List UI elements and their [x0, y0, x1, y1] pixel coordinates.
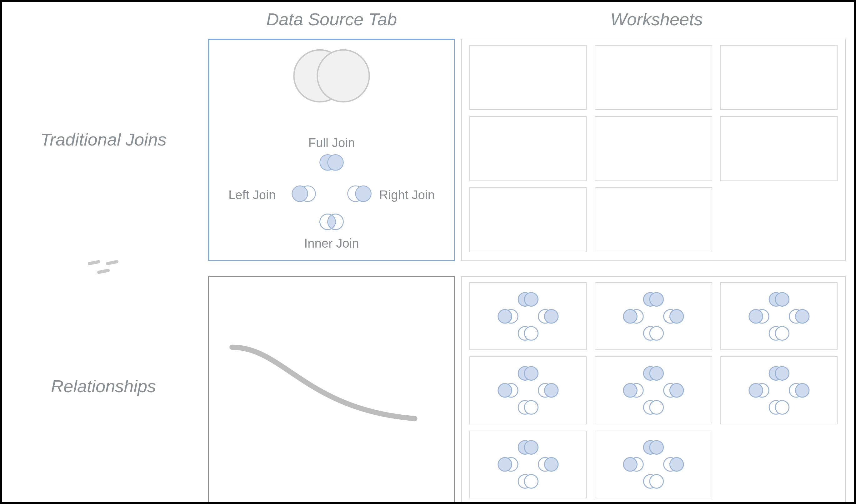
svg-point-28 [624, 309, 637, 323]
svg-point-18 [524, 292, 538, 306]
svg-point-54 [670, 383, 683, 397]
svg-line-1 [107, 262, 117, 264]
svg-point-68 [498, 458, 512, 471]
join-cluster-icon [742, 289, 816, 344]
worksheet-card [595, 187, 712, 252]
svg-point-48 [524, 401, 538, 414]
relationship-curve-icon [226, 330, 426, 444]
worksheet-card [469, 45, 587, 110]
data-source-box-relationships [208, 276, 455, 504]
label-full-join: Full Join [309, 136, 355, 150]
svg-line-0 [89, 262, 99, 264]
data-source-traditional-joins: Full Join Left Join Right Join [205, 36, 458, 267]
data-source-relationships [205, 267, 458, 504]
worksheet-card [469, 116, 587, 181]
svg-point-34 [775, 292, 789, 306]
worksheet-card [469, 187, 587, 252]
svg-point-24 [524, 326, 538, 340]
svg-point-32 [650, 326, 663, 340]
worksheets-relationships [458, 267, 855, 504]
worksheet-card [469, 431, 587, 498]
venn-full-join-icon [316, 152, 347, 173]
svg-point-42 [524, 366, 538, 380]
svg-point-76 [624, 458, 637, 471]
svg-point-46 [544, 383, 558, 397]
worksheet-card [469, 282, 587, 350]
row-label-traditional-joins: Traditional Joins [2, 36, 205, 267]
worksheet-card [595, 45, 712, 110]
svg-point-20 [498, 309, 512, 323]
worksheets-traditional-joins [458, 36, 855, 267]
svg-point-4 [317, 50, 369, 102]
svg-point-74 [650, 440, 663, 454]
worksheet-card [720, 356, 838, 424]
worksheet-card [595, 116, 712, 181]
worksheet-card [595, 431, 712, 498]
svg-point-30 [670, 309, 683, 323]
data-source-box-joins: Full Join Left Join Right Join [208, 39, 455, 261]
join-cluster-icon [491, 436, 565, 492]
venn-left-join-icon [288, 183, 319, 204]
row-label-text: Relationships [51, 376, 156, 396]
join-cluster-icon [616, 436, 691, 492]
svg-point-70 [544, 458, 558, 471]
svg-point-40 [775, 326, 789, 340]
diagram-frame: Data Source Tab Worksheets Traditional J… [0, 0, 856, 504]
worksheet-card [595, 282, 712, 350]
venn-inner-join-icon [316, 211, 347, 232]
svg-point-72 [524, 475, 538, 488]
corner-spacer [2, 2, 205, 36]
worksheet-card [720, 282, 838, 350]
column-header-worksheets: Worksheets [458, 2, 855, 36]
worksheet-card [720, 116, 838, 181]
label-left-join: Left Join [228, 188, 276, 202]
join-cluster-icon [616, 362, 691, 418]
worksheets-grid-top [461, 39, 846, 261]
svg-point-60 [749, 383, 763, 397]
label-inner-join: Inner Join [304, 236, 359, 250]
column-header-data-source: Data Source Tab [205, 2, 458, 36]
row-label-relationships: Relationships [2, 267, 205, 504]
svg-point-78 [670, 458, 683, 471]
svg-point-6 [328, 155, 344, 170]
venn-generic-icon [282, 46, 382, 106]
layout-grid: Data Source Tab Worksheets Traditional J… [2, 2, 854, 502]
svg-point-26 [650, 292, 663, 306]
svg-point-38 [796, 309, 809, 323]
worksheets-grid-bottom [461, 276, 846, 504]
join-cluster-icon [491, 289, 565, 344]
join-cluster-icon [742, 362, 816, 418]
label-right-join: Right Join [379, 188, 435, 202]
svg-point-62 [796, 383, 809, 397]
svg-point-64 [775, 401, 789, 414]
svg-point-80 [650, 475, 663, 488]
row-label-text: Traditional Joins [40, 129, 167, 149]
venn-right-join-icon [344, 183, 375, 204]
join-cluster-icon [616, 289, 691, 344]
svg-point-8 [292, 186, 308, 201]
svg-point-36 [749, 309, 763, 323]
svg-point-44 [498, 383, 512, 397]
svg-point-10 [356, 186, 371, 201]
svg-point-52 [624, 383, 637, 397]
join-cluster-icon [491, 362, 565, 418]
svg-point-50 [650, 366, 663, 380]
svg-point-58 [775, 366, 789, 380]
worksheet-card [469, 356, 587, 424]
svg-point-22 [544, 309, 558, 323]
worksheet-card [595, 356, 712, 424]
svg-point-56 [650, 401, 663, 414]
svg-point-66 [524, 440, 538, 454]
worksheet-card [720, 45, 838, 110]
